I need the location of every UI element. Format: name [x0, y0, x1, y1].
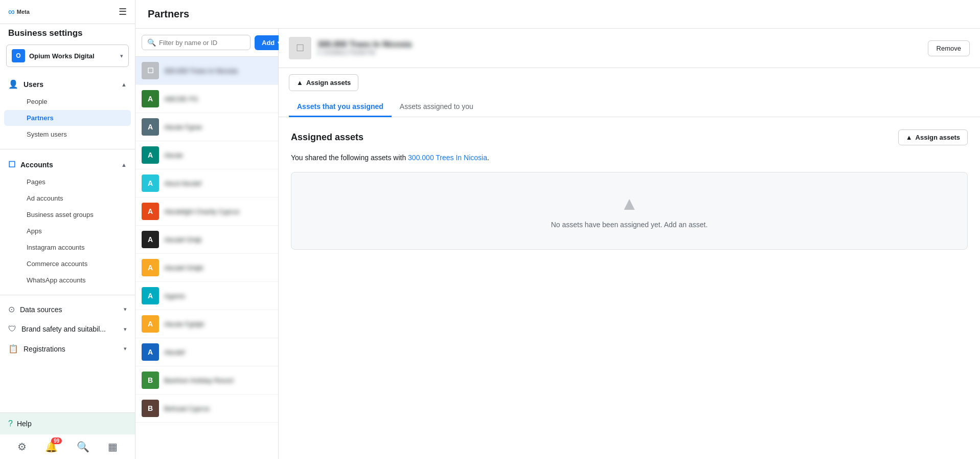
sidebar-item-people[interactable]: People	[4, 94, 131, 110]
sidebar-header: ∞ Meta ☰	[0, 0, 135, 24]
users-section-label: 👤 Users	[8, 79, 43, 89]
list-item[interactable]: AAbcde	[135, 141, 278, 169]
footer-icons: ⚙ 🔔 99 🔍 ▦	[0, 434, 135, 459]
list-item[interactable]: AAbcdefghi Charity Cyprus	[135, 198, 278, 226]
page-title: Partners	[148, 8, 189, 19]
detail-name: 300.000 Trees In Nicosia	[317, 40, 922, 49]
list-item[interactable]: BBehzad Cyprus	[135, 395, 278, 423]
hamburger-icon[interactable]: ☰	[119, 6, 127, 17]
accounts-section-label: ☐ Accounts	[8, 160, 53, 169]
list-item[interactable]: AAbcdef	[135, 338, 278, 366]
registrations-label: Registrations	[24, 345, 65, 353]
shared-desc-pre: You shared the following assets with	[291, 154, 408, 162]
accounts-chevron-icon: ▲	[121, 162, 127, 168]
registrations-section[interactable]: 📋 Registrations ▾	[0, 339, 135, 359]
list-item[interactable]: AAbcd Abcdef	[135, 169, 278, 198]
assign-assets-secondary-button[interactable]: ▲ Assign assets	[898, 129, 968, 145]
tab-assets-received[interactable]: Assets assigned to you	[392, 97, 482, 117]
sidebar-item-partners[interactable]: Partners	[4, 110, 131, 126]
sidebar-item-whatsapp[interactable]: WhatsApp accounts	[4, 272, 131, 288]
assign-icon-secondary: ▲	[906, 134, 913, 141]
list-item[interactable]: AAbcde Fghijkl	[135, 310, 278, 338]
shared-desc-post: .	[487, 154, 489, 162]
partner-avatar: A	[142, 287, 159, 304]
business-selector[interactable]: O Opium Works Digital ▾	[6, 45, 129, 67]
list-item[interactable]: BBeehive Holiday Resort	[135, 366, 278, 395]
shared-description: You shared the following assets with 300…	[291, 154, 968, 162]
partner-name: Abcde Fghijkl	[164, 320, 204, 328]
no-assets-icon: ▲	[620, 193, 639, 214]
assign-assets-top-button[interactable]: ▲ Assign assets	[289, 74, 358, 91]
partner-name: 300.000 Trees In Nicosia	[164, 67, 238, 75]
partner-avatar: A	[142, 231, 159, 248]
users-chevron-icon: ▲	[121, 81, 127, 88]
tab-assets-assigned[interactable]: Assets that you assigned	[289, 97, 392, 117]
sidebar-item-system-users[interactable]: System users	[4, 126, 131, 142]
help-item[interactable]: ? Help	[0, 413, 135, 434]
data-sources-section[interactable]: ⊙ Data sources ▾	[0, 299, 135, 319]
layout-button[interactable]: ▦	[108, 441, 118, 453]
divider-2	[0, 295, 135, 295]
detail-info: 300.000 Trees In Nicosia # 2539861/75598…	[317, 40, 922, 56]
partners-content: 🔍 Add ▾ ☐300.000 Trees In NicosiaAABCDE …	[135, 29, 980, 459]
assign-assets-secondary-label: Assign assets	[916, 134, 960, 141]
list-item[interactable]: AAgares	[135, 282, 278, 310]
remove-button[interactable]: Remove	[928, 40, 970, 56]
accounts-section-header[interactable]: ☐ Accounts ▲	[0, 156, 135, 173]
no-assets-box: ▲ No assets have been assigned yet. Add …	[291, 172, 968, 250]
assign-assets-top-label: Assign assets	[306, 79, 351, 86]
brand-safety-section[interactable]: 🛡 Brand safety and suitabil... ▾	[0, 319, 135, 339]
sidebar-item-pages[interactable]: Pages	[4, 174, 131, 190]
settings-button[interactable]: ⚙	[17, 441, 27, 453]
page-header: Partners	[135, 0, 980, 29]
data-sources-label: Data sources	[20, 305, 62, 314]
search-input[interactable]	[159, 39, 245, 47]
no-assets-text: No assets have been assigned yet. Add an…	[551, 221, 708, 229]
list-item[interactable]: AAbcdef Ghijk	[135, 226, 278, 254]
list-item[interactable]: ☐300.000 Trees In Nicosia	[135, 57, 278, 85]
search-button[interactable]: 🔍	[77, 441, 89, 453]
registrations-chevron-icon: ▾	[124, 345, 127, 352]
list-item[interactable]: AAbcde Fgree	[135, 113, 278, 141]
sidebar-item-commerce[interactable]: Commerce accounts	[4, 256, 131, 272]
detail-body: Assigned assets ▲ Assign assets You shar…	[279, 117, 980, 459]
users-label: Users	[24, 80, 43, 89]
users-section-header[interactable]: 👤 Users ▲	[0, 75, 135, 93]
meta-logo: ∞ Meta	[8, 7, 30, 17]
main-content: Partners 🔍 Add ▾ ☐300.000 Trees In Nicos…	[135, 0, 980, 459]
sidebar-item-instagram[interactable]: Instagram accounts	[4, 239, 131, 255]
partner-name: Abcd Abcdef	[164, 180, 201, 187]
partner-name: Behzad Cyprus	[164, 405, 210, 412]
partner-name: Abcde Fgree	[164, 123, 202, 131]
partner-avatar: A	[142, 146, 159, 164]
sidebar-item-business-asset-groups[interactable]: Business asset groups	[4, 207, 131, 223]
detail-id: # 2539861/75598746	[317, 49, 922, 56]
partner-name: Abcde	[164, 151, 183, 159]
partner-avatar: B	[142, 371, 159, 389]
partner-avatar: A	[142, 343, 159, 361]
partner-name: Agares	[164, 292, 185, 300]
shared-desc-name: 300.000 Trees In Nicosia	[408, 154, 487, 162]
partner-avatar: ☐	[142, 62, 159, 79]
search-box: 🔍	[142, 35, 250, 50]
partner-avatar: A	[142, 118, 159, 136]
accounts-icon: ☐	[8, 160, 15, 169]
sidebar-footer: ? Help ⚙ 🔔 99 🔍 ▦	[0, 412, 135, 459]
users-icon: 👤	[8, 79, 18, 89]
detail-tabs: Assets that you assigned Assets assigned…	[279, 97, 980, 117]
partner-name: Abcdefghi Charity Cyprus	[164, 208, 239, 215]
sidebar-item-ad-accounts[interactable]: Ad accounts	[4, 190, 131, 206]
chevron-down-icon: ▾	[120, 53, 123, 59]
registrations-icon: 📋	[8, 344, 18, 354]
partner-avatar: A	[142, 315, 159, 333]
list-item[interactable]: AABCDE FG	[135, 85, 278, 113]
partners-list-toolbar: 🔍 Add ▾	[135, 29, 278, 57]
partner-avatar: A	[142, 90, 159, 107]
notification-badge: 99	[51, 438, 62, 444]
partner-avatar: A	[142, 203, 159, 220]
notifications-button[interactable]: 🔔 99	[45, 441, 58, 453]
sidebar-item-apps[interactable]: Apps	[4, 223, 131, 239]
list-item[interactable]: AAbcdef Ghijkl	[135, 254, 278, 282]
help-icon: ?	[8, 419, 13, 428]
brand-safety-label: Brand safety and suitabil...	[21, 325, 106, 333]
